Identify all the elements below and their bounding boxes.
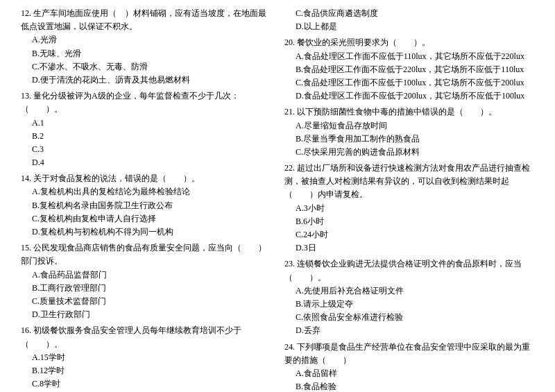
question-23-option-c: C.依照食品安全标准进行检验 xyxy=(284,311,534,324)
question-13: 13. 量化分级被评为A级的企业，每年监督检查不少于几次：（ ）。 A.1 B.… xyxy=(21,90,271,169)
question-20: 20. 餐饮业的采光照明要求为（ ）。 A.食品处理区工作面不应低于110lux… xyxy=(284,36,534,103)
question-20-option-b: B.食品处理区工作面不应低于220lux，其它场所不应低于110lux xyxy=(284,63,534,76)
question-23: 23. 连锁餐饮企业购进无法提供合格证明文件的食品原料时，应当（ ）。 A.先使… xyxy=(284,257,534,337)
question-22-title: 22. 超过出厂场所和设备进行快速检测方法对食用农产品进行抽查检测，被抽查人对检… xyxy=(284,162,534,202)
question-20-option-a: A.食品处理区工作面不应低于110lux，其它场所不应低于220lux xyxy=(284,50,534,63)
question-21-option-c: C.尽快采用完善的购进食品原材料 xyxy=(284,146,534,159)
question-22-option-c: C.24小时 xyxy=(284,228,534,241)
question-15-option-a: A.食品药品监督部门 xyxy=(21,269,271,282)
question-24-option-a: A.食品留样 xyxy=(284,367,534,380)
question-21-option-a: A.尽量缩短食品存放时间 xyxy=(284,119,534,133)
question-22-option-d: D.3日 xyxy=(284,241,534,255)
question-13-option-a: A.1 xyxy=(21,117,271,130)
question-23-option-b: B.请示上级定夺 xyxy=(284,298,534,311)
question-15: 15. 公民发现食品商店销售的食品有质量安全问题，应当向（ ）部门投诉。 A.食… xyxy=(21,241,271,321)
question-12-option-c: C.不渗水、不吸水、无毒、防滑 xyxy=(21,60,271,74)
question-15-option-c: C.质量技术监督部门 xyxy=(21,295,271,308)
question-14-title: 14. 关于对食品复检的说法，错误的是（ ）。 xyxy=(21,172,271,185)
question-19-option-c: C.食品供应商遴选制度 xyxy=(284,7,534,20)
question-23-option-a: A.先使用后补充合格证明文件 xyxy=(284,284,534,298)
question-14-option-d: D.复检机构与初检机构不得为同一机构 xyxy=(21,225,271,239)
question-14-option-b: B.复检机构名录由国务院卫生行政公布 xyxy=(21,199,271,212)
question-15-title: 15. 公民发现食品商店销售的食品有质量安全问题，应当向（ ）部门投诉。 xyxy=(21,241,271,268)
question-13-option-b: B.2 xyxy=(21,130,271,143)
question-21-option-b: B.尽量当季食用加工制作的熟食品 xyxy=(284,133,534,146)
question-24: 24. 下列哪项是食品生产经营单位在食品安全管理中应采取的最为重要的措施（ ） … xyxy=(284,341,534,393)
question-12: 12. 生产车间地面应使用（ ）材料铺砌，应有适当坡度，在地面最低点设置地漏，以… xyxy=(21,7,271,87)
question-12-option-d: D.便于清洗的花岗土、沥青及其他易燃材料 xyxy=(21,74,271,87)
question-24-option-b: B.食品检验 xyxy=(284,380,534,392)
question-12-title: 12. 生产车间地面应使用（ ）材料铺砌，应有适当坡度，在地面最低点设置地漏，以… xyxy=(21,7,271,33)
question-14-option-c: C.复检机构由复检申请人自行选择 xyxy=(21,212,271,225)
question-20-option-c: C.食品处理区工作面不应低于100lux，其它场所不应低于200lux xyxy=(284,76,534,90)
question-22-option-a: A.3小时 xyxy=(284,202,534,215)
question-15-option-d: D.卫生行政部门 xyxy=(21,308,271,321)
question-22-option-b: B.6小时 xyxy=(284,215,534,228)
question-23-title: 23. 连锁餐饮企业购进无法提供合格证明文件的食品原料时，应当（ ）。 xyxy=(284,257,534,284)
page-content: 12. 生产车间地面应使用（ ）材料铺砌，应有适当坡度，在地面最低点设置地漏，以… xyxy=(21,7,534,392)
question-12-option-a: A.光滑 xyxy=(21,33,271,46)
question-13-option-c: C.3 xyxy=(21,143,271,156)
question-20-title: 20. 餐饮业的采光照明要求为（ ）。 xyxy=(284,36,534,49)
question-21-title: 21. 以下预防细菌性食物中毒的措施中错误的是（ ）。 xyxy=(284,105,534,119)
question-13-title: 13. 量化分级被评为A级的企业，每年监督检查不少于几次：（ ）。 xyxy=(21,90,271,116)
question-23-option-d: D.丢弃 xyxy=(284,324,534,337)
left-column: 12. 生产车间地面应使用（ ）材料铺砌，应有适当坡度，在地面最低点设置地漏，以… xyxy=(21,7,271,392)
question-20-option-d: D.食品处理区工作面不应低于200lux，其它场所不应低于100lux xyxy=(284,90,534,103)
question-19-cont: C.食品供应商遴选制度 D.以上都是 xyxy=(284,7,534,33)
question-16-option-c: C.8学时 xyxy=(21,377,271,391)
question-14-option-a: A.复检机构出具的复检结论为最终检验结论 xyxy=(21,185,271,198)
question-13-option-d: D.4 xyxy=(21,156,271,169)
question-16: 16. 初级餐饮服务食品安全管理人员每年继续教育培训不少于（ ）。 A.15学时… xyxy=(21,324,271,392)
question-14: 14. 关于对食品复检的说法，错误的是（ ）。 A.复检机构出具的复检结论为最终… xyxy=(21,172,271,239)
question-22: 22. 超过出厂场所和设备进行快速检测方法对食用农产品进行抽查检测，被抽查人对检… xyxy=(284,162,534,255)
right-column: C.食品供应商遴选制度 D.以上都是 20. 餐饮业的采光照明要求为（ ）。 A… xyxy=(284,7,534,392)
question-24-title: 24. 下列哪项是食品生产经营单位在食品安全管理中应采取的最为重要的措施（ ） xyxy=(284,341,534,367)
question-16-option-b: B.12学时 xyxy=(21,364,271,377)
main-columns: 12. 生产车间地面应使用（ ）材料铺砌，应有适当坡度，在地面最低点设置地漏，以… xyxy=(21,7,534,392)
question-15-option-b: B.工商行政管理部门 xyxy=(21,282,271,295)
question-19-option-d: D.以上都是 xyxy=(284,20,534,33)
question-21: 21. 以下预防细菌性食物中毒的措施中错误的是（ ）。 A.尽量缩短食品存放时间… xyxy=(284,105,534,159)
question-16-option-a: A.15学时 xyxy=(21,351,271,364)
question-12-option-b: B.无味、光滑 xyxy=(21,47,271,60)
question-16-title: 16. 初级餐饮服务食品安全管理人员每年继续教育培训不少于（ ）。 xyxy=(21,324,271,350)
